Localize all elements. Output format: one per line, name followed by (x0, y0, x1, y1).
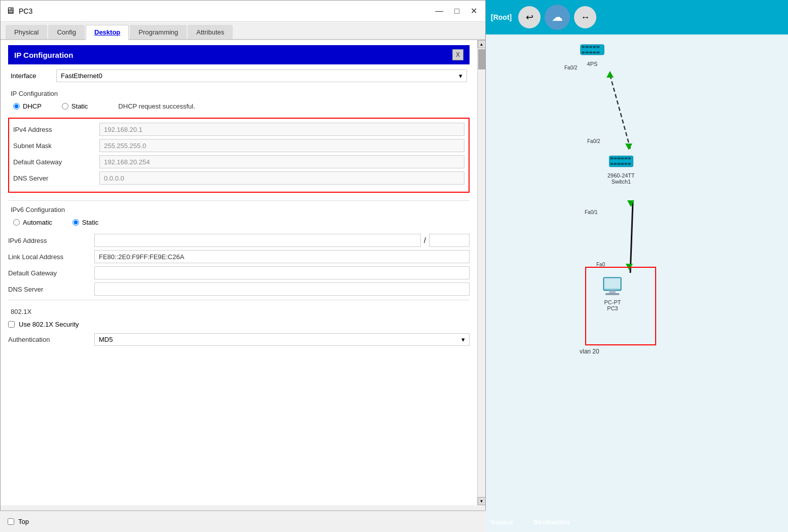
title-left: 🖥 PC3 (6, 6, 32, 16)
cloud-button[interactable]: ☁ (545, 5, 570, 30)
maximize-button[interactable]: □ (451, 5, 462, 17)
ipv6-gateway-label: Default Gateway (8, 269, 89, 277)
title-controls: — □ ✕ (432, 5, 480, 17)
cloud-icon: ☁ (552, 11, 563, 24)
scrollbar-down-button[interactable]: ▼ (478, 497, 486, 505)
tab-desktop[interactable]: Desktop (86, 25, 129, 40)
svg-rect-7 (582, 46, 585, 48)
svg-rect-33 (605, 293, 619, 295)
tab-config[interactable]: Config (48, 25, 85, 39)
ipv6-gateway-input[interactable] (94, 266, 470, 279)
dns-server-label: DNS Server (13, 174, 94, 182)
tab-programming[interactable]: Programming (130, 25, 187, 39)
ipv6-dns-row: DNS Server (8, 282, 470, 296)
static-radio[interactable] (62, 103, 68, 110)
minimize-button[interactable]: — (432, 5, 446, 17)
node-4ps[interactable]: 4PS (580, 40, 605, 67)
dns-server-input[interactable] (99, 171, 464, 185)
subnet-mask-input[interactable] (99, 139, 464, 152)
svg-rect-10 (593, 46, 595, 48)
main-top-checkbox[interactable] (8, 518, 14, 525)
pc3-window: 🖥 PC3 — □ ✕ Physical Config Desktop Prog… (0, 0, 486, 532)
close-button[interactable]: ✕ (468, 5, 480, 17)
ip-config-header: IP Configuration X (8, 45, 470, 64)
ipv6-address-input[interactable] (94, 234, 421, 247)
scrollbar-thumb[interactable] (478, 49, 485, 69)
link-local-input[interactable] (94, 250, 470, 263)
ipv6-dns-label: DNS Server (8, 286, 89, 293)
dns-server-row: DNS Server (13, 171, 464, 185)
ipv4-section-label: IP Configuration (8, 90, 470, 97)
ipv6-dns-input[interactable] (94, 282, 470, 296)
automatic-radio-item: Automatic (13, 219, 52, 226)
title-bar: 🖥 PC3 — □ ✕ (1, 1, 485, 22)
interface-label: Interface (11, 72, 51, 80)
dhcp-label: DHCP (23, 102, 42, 110)
svg-rect-21 (621, 157, 624, 159)
svg-marker-2 (606, 71, 614, 78)
back-button[interactable]: ↩ (518, 6, 541, 28)
ipv6-section-label: IPv6 Configuration (8, 206, 470, 214)
auth-select[interactable]: MD5 ▾ (94, 333, 470, 346)
content-area: IP Configuration X Interface FastEtherne… (1, 40, 485, 505)
node-switch1[interactable]: 2960-24TTSwitch1 (607, 151, 635, 185)
slash-divider: / (424, 236, 426, 244)
svg-rect-32 (609, 291, 616, 293)
right-toolbar: [Root] ↩ ☁ ↔ (486, 0, 788, 34)
ipv6-address-row: IPv6 Address / (8, 234, 470, 247)
tab-attributes[interactable]: Attributes (188, 25, 233, 39)
node-pc3[interactable]: PC-PTPC3 (600, 278, 625, 311)
interface-select[interactable]: FastEthernet0 ▾ (56, 69, 467, 82)
main-top-label: Top (18, 518, 29, 525)
svg-rect-23 (628, 157, 630, 159)
auth-chevron-icon: ▾ (461, 336, 465, 343)
port-fa02-top: Fa0/2 (564, 65, 578, 70)
subnet-mask-label: Subnet Mask (13, 142, 94, 150)
dhcp-status: DHCP request successful. (118, 102, 195, 110)
right-panel: [Root] ↩ ☁ ↔ (486, 0, 788, 532)
svg-rect-31 (604, 278, 620, 289)
dhcp-static-radio-group: DHCP Static DHCP request successful. (8, 102, 470, 110)
static-radio-item: Static (62, 102, 88, 110)
scrollbar[interactable]: ▲ ▼ (477, 40, 485, 505)
svg-line-1 (630, 202, 633, 273)
network-canvas[interactable]: 4PS Fa0/2 Fa0/2 (486, 34, 788, 491)
port-fa02-switch: Fa0/2 (587, 138, 600, 144)
ipv6-radio-group: Automatic Static (8, 219, 470, 226)
svg-rect-13 (586, 52, 588, 54)
subnet-mask-row: Subnet Mask (13, 139, 464, 152)
node-pc3-label: PC-PTPC3 (604, 299, 621, 311)
bottom-labels-row: Source Destination (486, 512, 788, 532)
scroll-content[interactable]: IP Configuration X Interface FastEtherne… (1, 40, 477, 505)
port-fa01: Fa0/1 (585, 209, 598, 215)
automatic-label: Automatic (23, 219, 52, 226)
scrollbar-up-button[interactable]: ▲ (478, 40, 486, 48)
802-section: 802.1X Use 802.1X Security Authenticatio… (8, 308, 470, 346)
svg-rect-25 (614, 163, 617, 165)
interface-value: FastEthernet0 (61, 72, 102, 80)
ip-config-close-button[interactable]: X (452, 49, 463, 60)
svg-rect-29 (628, 163, 630, 165)
svg-rect-19 (614, 157, 617, 159)
vlan-label: vlan 20 (580, 348, 599, 355)
dhcp-radio[interactable] (13, 103, 20, 110)
link-local-label: Link Local Address (8, 253, 89, 261)
pc3-icon (600, 278, 625, 298)
forward-button[interactable]: ↔ (574, 6, 596, 28)
802-checkbox[interactable] (8, 321, 15, 328)
auth-value: MD5 (99, 336, 113, 343)
automatic-radio[interactable] (13, 219, 20, 226)
svg-rect-24 (611, 163, 613, 165)
ipv4-address-input[interactable] (99, 123, 464, 136)
ipv6-prefix-input[interactable] (429, 234, 470, 247)
svg-rect-16 (597, 52, 599, 54)
tab-physical[interactable]: Physical (6, 25, 47, 39)
default-gateway-input[interactable] (99, 155, 464, 168)
svg-marker-4 (627, 200, 634, 207)
destination-label: Destination (533, 518, 569, 526)
dhcp-radio-item: DHCP (13, 102, 42, 110)
ipv6-static-radio[interactable] (73, 219, 79, 226)
ipv6-section: IPv6 Configuration Automatic Static IPv6… (8, 206, 470, 296)
svg-rect-18 (611, 157, 613, 159)
svg-rect-20 (618, 157, 620, 159)
